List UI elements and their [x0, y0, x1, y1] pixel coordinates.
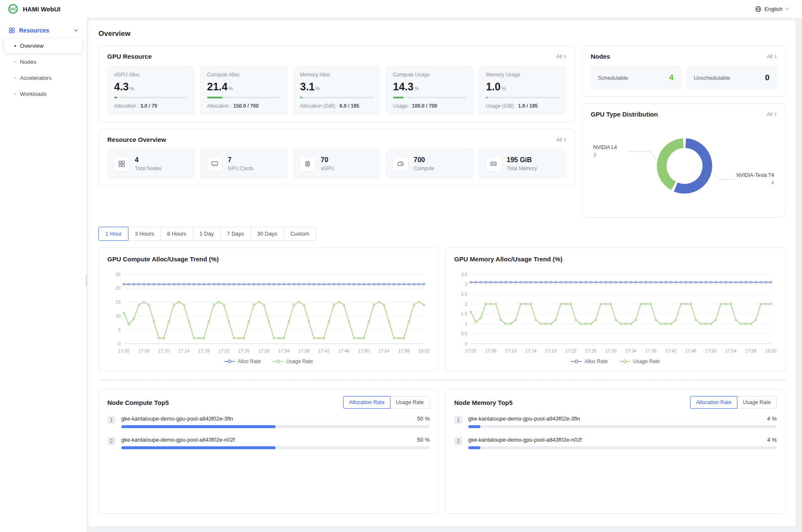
svg-text:0.5: 0.5	[461, 331, 467, 336]
language-label: English	[764, 6, 783, 12]
time-tab-1-day[interactable]: 1 Day	[193, 227, 221, 241]
svg-text:18:02: 18:02	[418, 348, 430, 353]
usage-rate-button[interactable]: Usage Rate	[737, 396, 777, 409]
progress-fill	[121, 446, 276, 449]
metric-tile-compute-alloc: Compute Alloc 21.4% Allocation : 150.0 /…	[200, 66, 287, 115]
svg-text:17:34: 17:34	[278, 348, 289, 353]
metric-unit: %	[415, 86, 419, 92]
metric-tile-memory-alloc: Memory Alloc 3.1% Allocation (GiB) : 6.0…	[293, 66, 380, 115]
svg-text:17:46: 17:46	[685, 348, 696, 353]
gpu-type-title: GPU Type Distribution	[591, 111, 658, 118]
language-selector[interactable]: English	[755, 5, 789, 13]
gpu-memory-trend-chart: 00.511.522.533.517:0217:0617:1017:1417:1…	[454, 268, 777, 358]
resource-overview-card: Resource Overview All	[98, 129, 575, 186]
metric-value: 4.3	[114, 81, 129, 92]
donut-label-nvidia-tesla-t4: NVIDIA-Tesla T4	[737, 172, 774, 178]
rank-badge: 1	[107, 416, 115, 424]
sidebar-item-accelerators[interactable]: Accelerators	[4, 71, 82, 85]
svg-text:17:14: 17:14	[525, 348, 537, 353]
metric-progress-fill	[207, 97, 223, 98]
table-row: 1 gke-kantaloupe-demo-gpu-pool-a843f02e-…	[107, 415, 430, 428]
sidebar-item-overview[interactable]: Overview	[4, 38, 82, 53]
gpu-resource-all-link[interactable]: All	[556, 54, 566, 60]
overview-value: 70	[321, 156, 334, 164]
overview-tile-vgpu: 70vGPU	[293, 149, 380, 179]
allocation-rate-button[interactable]: Allocation Rate	[690, 396, 737, 409]
svg-text:2.5: 2.5	[461, 292, 467, 297]
gpu-resource-title: GPU Resource	[107, 53, 152, 60]
time-tab-custom[interactable]: Custom	[284, 227, 316, 241]
vgpu-icon	[300, 156, 316, 172]
legend-alloc-rate[interactable]: Alloc Rate	[571, 358, 608, 364]
line-marker-icon	[224, 359, 235, 364]
legend-usage-rate[interactable]: Usage Rate	[273, 358, 313, 364]
sidebar-nav: Overview Nodes Accelerators Workloads	[4, 38, 82, 101]
chart-legend: Alloc Rate Usage Rate	[107, 358, 430, 364]
svg-text:17:22: 17:22	[565, 348, 576, 353]
time-tab-30-days[interactable]: 30 Days	[251, 227, 284, 241]
allocation-rate-button[interactable]: Allocation Rate	[343, 396, 390, 409]
all-label: All	[767, 111, 772, 117]
node-name: gke-kantaloupe-demo-gpu-pool-a843f02e-3f…	[121, 415, 233, 422]
usage-rate-button[interactable]: Usage Rate	[390, 396, 430, 409]
metric-tile-vgpu-alloc: vGPU Alloc 4.3% Allocation : 3.0 / 70	[107, 66, 194, 115]
svg-text:17:22: 17:22	[218, 348, 229, 353]
unschedulable-label: Unschedulable	[694, 75, 730, 81]
svg-text:3: 3	[465, 282, 467, 287]
metric-detail-label: Allocation :	[207, 103, 232, 109]
gpu-compute-trend-chart: 051015202517:0217:0617:1017:1417:1817:22…	[107, 268, 430, 358]
time-tab-3-hours[interactable]: 3 Hours	[128, 227, 161, 241]
metric-progress-fill	[300, 97, 302, 98]
bullet-dot	[14, 93, 16, 95]
sidebar-item-label: Accelerators	[20, 75, 52, 81]
overview-label: Total Memory	[507, 166, 537, 171]
svg-text:17:42: 17:42	[318, 348, 330, 353]
svg-text:0: 0	[465, 341, 467, 346]
line-marker-icon	[571, 359, 582, 364]
resource-overview-all-link[interactable]: All	[556, 137, 566, 143]
metric-value: 14.3	[393, 81, 414, 92]
progress-fill	[468, 425, 480, 428]
metric-progress-fill	[486, 97, 488, 98]
time-tab-6-hours[interactable]: 6 Hours	[161, 227, 194, 241]
legend-alloc-rate[interactable]: Alloc Rate	[224, 358, 261, 364]
chart-title: GPU Memory Alloc/Usage Trend (%)	[454, 255, 777, 263]
progress-track	[468, 425, 777, 428]
donut-label-nvidia-l4: NVIDIA L4	[593, 144, 617, 150]
chevron-right-icon	[564, 138, 566, 142]
legend-usage-rate[interactable]: Usage Rate	[619, 358, 660, 364]
metric-detail-label: Usage (GiB) :	[486, 103, 517, 109]
overview-tile-total-memory: 195 GiBTotal Memory	[479, 149, 566, 179]
hami-logo	[8, 3, 19, 14]
chart-legend: Alloc Rate Usage Rate	[454, 358, 777, 364]
metric-unit: %	[316, 86, 320, 92]
chevron-right-icon	[564, 54, 566, 59]
svg-text:17:14: 17:14	[178, 348, 190, 353]
metric-detail-label: Usage :	[393, 103, 410, 109]
sidebar-item-label: Overview	[20, 43, 44, 49]
bullet-dot	[14, 45, 16, 47]
gpu-type-all-link[interactable]: All	[767, 111, 777, 117]
time-tab-1-hour[interactable]: 1 Hour	[98, 227, 128, 241]
gpu-compute-trend-card: GPU Compute Alloc/Usage Trend (%) 051015…	[98, 247, 439, 372]
sidebar-item-label: Nodes	[20, 59, 36, 65]
metric-detail-value: 150.0 / 700	[233, 103, 259, 109]
time-tab-7-days[interactable]: 7 Days	[220, 227, 251, 241]
svg-text:15: 15	[115, 299, 120, 304]
svg-text:17:50: 17:50	[358, 348, 370, 353]
node-percent: 4 %	[767, 415, 777, 422]
overview-tile-gpu-cards: 7GPU Cards	[200, 149, 287, 179]
memory-top5-title: Node Memory Top5	[454, 399, 513, 406]
overview-value: 700	[414, 156, 434, 164]
overview-value: 4	[135, 156, 161, 164]
svg-text:17:02: 17:02	[465, 348, 477, 353]
sidebar-item-workloads[interactable]: Workloads	[4, 87, 82, 101]
nodes-icon	[114, 156, 130, 172]
sidebar-item-nodes[interactable]: Nodes	[4, 54, 82, 69]
sidebar-group-resources[interactable]: Resources	[4, 24, 82, 37]
nodes-all-link[interactable]: All	[767, 54, 777, 60]
svg-text:17:58: 17:58	[745, 348, 756, 353]
memory-top5-toggle: Allocation Rate Usage Rate	[690, 396, 777, 409]
sidebar-collapse-handle[interactable]	[86, 275, 87, 286]
node-name: gke-kantaloupe-demo-gpu-pool-a843f02e-3f…	[468, 415, 580, 422]
